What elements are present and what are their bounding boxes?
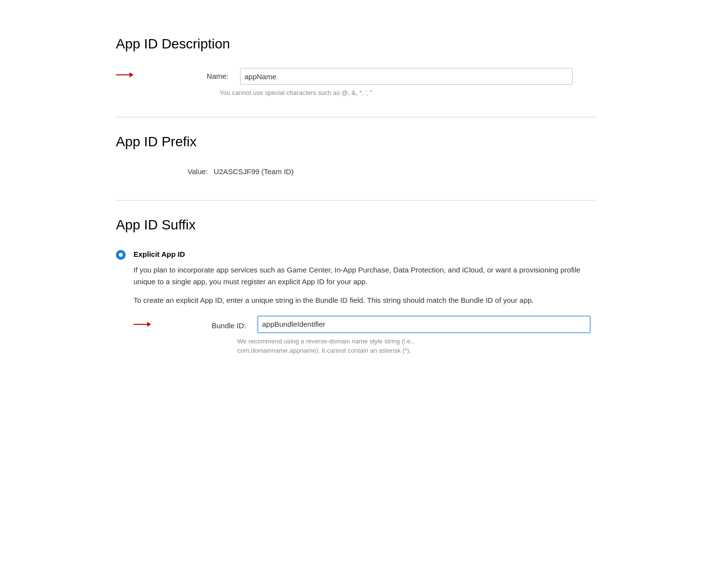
explicit-desc-2: To create an explicit App ID, enter a un…: [133, 294, 595, 306]
suffix-title: App ID Suffix: [116, 215, 595, 234]
radio-section: Explicit App ID If you plan to incorpora…: [116, 249, 595, 356]
prefix-title: App ID Prefix: [116, 132, 595, 151]
name-form-row: Name:: [116, 68, 595, 85]
prefix-value-row: Value: U2ASCSJF99 (Team ID): [116, 166, 595, 177]
name-label: Name:: [136, 68, 234, 81]
bundle-hint: We recommend using a reverse-domain name…: [231, 337, 595, 356]
description-section: App ID Description Name: You cannot use …: [116, 20, 595, 117]
name-input[interactable]: [240, 68, 573, 85]
description-title: App ID Description: [116, 34, 595, 53]
bundle-arrow-container: Bundle ID:: [133, 317, 258, 331]
name-label-container: Name:: [116, 68, 240, 81]
explicit-desc-1: If you plan to incorporate app services …: [133, 264, 595, 288]
explicit-radio-content: Explicit App ID If you plan to incorpora…: [133, 249, 595, 356]
svg-marker-3: [147, 322, 151, 327]
svg-marker-1: [130, 72, 133, 77]
page-container: App ID Description Name: You cannot use …: [87, 0, 624, 403]
name-hint: You cannot use special characters such a…: [214, 89, 595, 97]
explicit-app-id-option: Explicit App ID If you plan to incorpora…: [116, 249, 595, 356]
bundle-hint-line1: We recommend using a reverse-domain name…: [237, 338, 414, 345]
bundle-id-label: Bundle ID:: [154, 317, 252, 331]
name-arrow-icon: [116, 69, 133, 80]
bundle-arrow-icon: [133, 319, 151, 330]
bundle-id-row: Bundle ID:: [133, 316, 595, 333]
explicit-radio-button[interactable]: [116, 250, 126, 260]
bundle-id-input[interactable]: [258, 316, 590, 333]
suffix-section: App ID Suffix Explicit App ID If you pla…: [116, 201, 595, 383]
prefix-section: App ID Prefix Value: U2ASCSJF99 (Team ID…: [116, 117, 595, 200]
prefix-value-label: Value:: [116, 166, 214, 177]
explicit-radio-title: Explicit App ID: [133, 249, 595, 259]
prefix-value-text: U2ASCSJF99 (Team ID): [214, 166, 293, 177]
bundle-hint-line2: com.domainname.appname). It cannot conta…: [237, 347, 411, 354]
